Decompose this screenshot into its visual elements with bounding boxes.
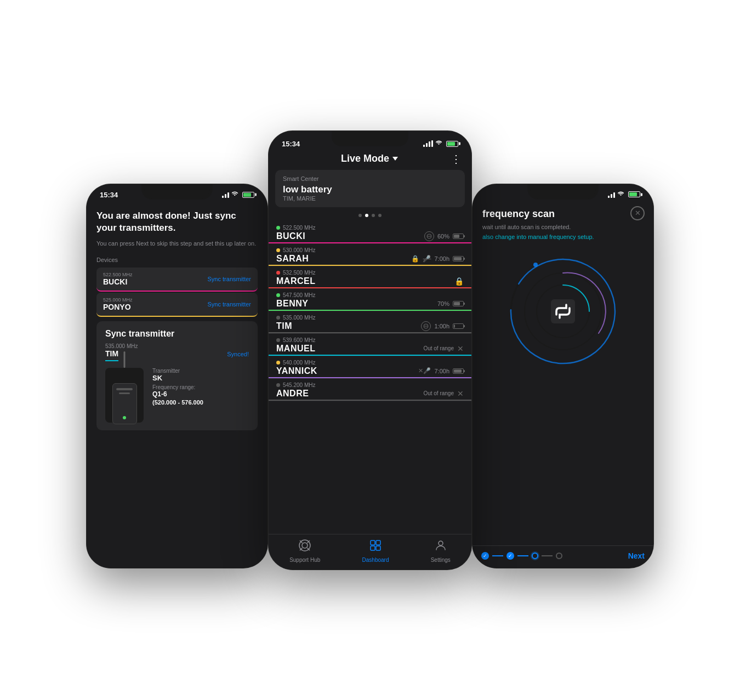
- left-time: 15:34: [100, 191, 118, 199]
- benny-battery-pct: 70%: [437, 300, 449, 307]
- device-row-bucki[interactable]: 522.500 MHz BUCKI 60%: [269, 221, 471, 244]
- dot-4: [378, 214, 382, 217]
- nav-settings[interactable]: Settings: [431, 539, 451, 563]
- benny-battery-bar: [453, 301, 464, 306]
- right-battery-fill: [629, 192, 637, 196]
- signal-bar-2: [225, 194, 226, 198]
- right-signal-1: [608, 196, 610, 198]
- sennheiser-logo: [549, 298, 577, 325]
- step-3-current: [532, 553, 538, 559]
- andre-bluetooth-icon: ✕: [457, 389, 464, 398]
- sync-device-ponyo: 525.000 MHz PONYO Sync transmitter: [96, 293, 258, 317]
- bucki-battery-pct: 60%: [437, 233, 449, 240]
- live-mode-text: Live Mode: [341, 153, 389, 164]
- tim-mute-icon: [421, 321, 431, 331]
- left-battery-icon: [242, 192, 254, 198]
- freq-scan-link[interactable]: also change into manual frequency setup.: [482, 234, 644, 240]
- device-row-yannick[interactable]: 540.000 MHz YANNICK ✕🎤 7:00h: [269, 356, 471, 379]
- next-button[interactable]: Next: [628, 551, 645, 560]
- sync-device-bucki-info: 522.500 MHz BUCKI: [103, 272, 133, 286]
- more-dots-icon[interactable]: ⋮: [451, 152, 463, 166]
- yannick-name: YANNICK: [276, 366, 317, 376]
- right-battery-icon: [628, 191, 640, 197]
- benny-name: BENNY: [276, 299, 309, 309]
- step-1-completed: ✓: [481, 552, 489, 560]
- tx-freq-range-value: Q1-6: [152, 390, 249, 398]
- yannick-freq: 540.000 MHz: [276, 360, 464, 366]
- left-subtitle: You can press Next to skip this step and…: [96, 240, 258, 248]
- live-mode-title[interactable]: Live Mode: [341, 153, 398, 164]
- dashboard-icon: [369, 539, 382, 555]
- phone-center: 15:34: [269, 131, 471, 570]
- left-main: You are almost done! Just sync your tran…: [87, 201, 267, 568]
- marcel-freq: 532.500 MHz: [276, 270, 464, 276]
- close-button[interactable]: ✕: [630, 206, 645, 220]
- settings-label: Settings: [431, 557, 451, 563]
- center-bottom-nav: Support Hub Dashboard: [269, 534, 471, 570]
- tx-freq-range-label: Frequency range:: [152, 384, 249, 390]
- manuel-dot: [276, 338, 280, 342]
- svg-point-14: [439, 541, 443, 545]
- sarah-mute-icon: 🎤: [423, 255, 431, 263]
- tim-freq: 535.000 MHz: [276, 315, 464, 321]
- center-header: Live Mode ⋮: [269, 150, 471, 170]
- yannick-dot: [276, 361, 280, 365]
- device-row-sarah[interactable]: 530.000 MHz SARAH 🔒 🎤 7:00h: [269, 244, 471, 266]
- dropdown-arrow-icon: [392, 157, 398, 161]
- andre-freq: 545.200 MHz: [276, 382, 464, 388]
- freq-scan-desc: wait until auto scan is completed.: [482, 223, 644, 231]
- andre-out-of-range: Out of range: [423, 390, 454, 396]
- support-hub-label: Support Hub: [289, 557, 320, 563]
- sync-popup-freq: 535.000 MHz: [105, 343, 249, 349]
- signal-bar-1: [222, 196, 224, 198]
- left-title: You are almost done! Just sync your tran…: [96, 210, 258, 234]
- tim-fill: [454, 325, 455, 328]
- nav-dashboard[interactable]: Dashboard: [362, 539, 389, 563]
- device-row-benny[interactable]: 547.500 MHz BENNY 70%: [269, 289, 471, 311]
- yannick-status: ✕🎤 7:00h: [418, 367, 464, 374]
- sk-body: [112, 383, 137, 424]
- tim-name-row: TIM 1:00h: [276, 321, 464, 331]
- center-wifi-icon: [436, 140, 443, 147]
- manuel-name: MANUEL: [276, 344, 315, 354]
- benny-freq: 547.500 MHz: [276, 292, 464, 298]
- dot-1: [358, 214, 362, 217]
- sarah-battery-time: 7:00h: [434, 255, 449, 262]
- device-row-andre[interactable]: 545.200 MHz ANDRE Out of range ✕: [269, 379, 471, 401]
- svg-rect-12: [371, 546, 375, 550]
- sync-popup-name: TIM: [105, 349, 118, 361]
- benny-status: 70%: [437, 300, 464, 307]
- right-main: ✕ frequency scan wait until auto scan is…: [473, 201, 653, 545]
- dot-3: [372, 214, 375, 217]
- signal-bar-3: [227, 192, 229, 198]
- left-signal: [222, 191, 229, 198]
- device-row-manuel[interactable]: 539.600 MHz MANUEL Out of range ✕: [269, 334, 471, 356]
- scene: 15:34 You are almost: [69, 27, 671, 674]
- marcel-name-row: MARCEL 🔒: [276, 276, 464, 286]
- dot-2-active: [365, 214, 368, 217]
- transmitter-image: [105, 368, 144, 423]
- tim-status: 1:00h: [421, 321, 464, 331]
- device-row-tim[interactable]: 535.000 MHz TIM 1:00h: [269, 311, 471, 334]
- low-battery-text: low battery: [283, 184, 457, 195]
- center-signal-3: [429, 141, 430, 147]
- andre-dot: [276, 383, 280, 387]
- device-row-marcel[interactable]: 532.500 MHz MARCEL 🔒: [269, 266, 471, 289]
- marcel-name: MARCEL: [276, 276, 315, 286]
- sync-bucki-button[interactable]: Sync transmitter: [208, 276, 251, 282]
- yannick-fill: [454, 369, 462, 373]
- dashboard-label: Dashboard: [362, 557, 389, 563]
- svg-rect-13: [376, 546, 380, 550]
- nav-support-hub[interactable]: Support Hub: [289, 539, 320, 563]
- left-wifi-icon: [232, 191, 240, 198]
- center-signal-4: [431, 140, 433, 147]
- sarah-name: SARAH: [276, 254, 309, 264]
- tim-name: TIM: [276, 321, 292, 331]
- sync-ponyo-button[interactable]: Sync transmitter: [208, 301, 251, 308]
- benny-dot: [276, 293, 280, 297]
- support-hub-icon: [298, 539, 311, 555]
- center-time: 15:34: [282, 140, 300, 148]
- bucki-freq: 522.500 MHz: [103, 272, 133, 277]
- scan-circle-container: [503, 251, 623, 372]
- freq-scan-title: frequency scan: [482, 208, 644, 220]
